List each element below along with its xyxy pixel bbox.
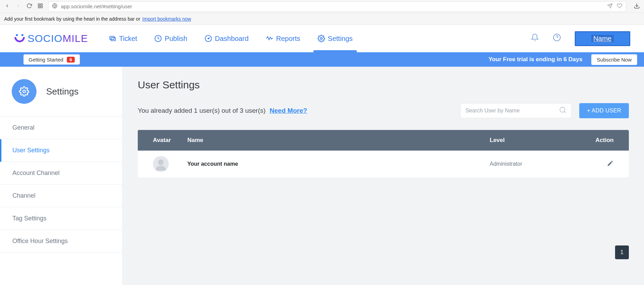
svg-rect-1 — [41, 4, 42, 6]
add-user-button[interactable]: + ADD USER — [579, 103, 629, 118]
reload-icon[interactable] — [26, 3, 32, 10]
heart-icon[interactable] — [617, 3, 622, 10]
logo-text-1: SOCIO — [28, 33, 63, 44]
logo[interactable]: SOCIOMILE — [14, 33, 88, 44]
bell-icon[interactable] — [531, 33, 539, 44]
svg-point-17 — [23, 90, 25, 93]
svg-point-21 — [158, 160, 164, 165]
nav-label: Dashboard — [215, 35, 249, 43]
top-nav: Ticket Publish Dashboard Reports Setting… — [109, 35, 353, 43]
row-name: Your account name — [187, 161, 490, 167]
svg-rect-3 — [41, 6, 42, 8]
logo-text-2: MILE — [63, 33, 88, 44]
nav-reports[interactable]: Reports — [266, 35, 300, 43]
sidebar-item-label: Account Channel — [12, 169, 60, 176]
page-title: User Settings — [138, 79, 629, 91]
getting-started-button[interactable]: Getting Started 6 — [23, 54, 80, 65]
browser-toolbar: app.sociomile.net/#setting/user — [0, 0, 644, 13]
table-header: Avatar Name Level Action — [138, 130, 629, 151]
sidebar-item-office-hour[interactable]: Office Hour Settings — [0, 230, 122, 253]
nav-label: Ticket — [119, 35, 137, 43]
back-icon[interactable] — [4, 3, 10, 10]
svg-point-18 — [560, 107, 565, 112]
getting-started-label: Getting Started — [29, 57, 63, 63]
nav-dashboard[interactable]: Dashboard — [205, 35, 249, 43]
sidebar-item-label: Channel — [12, 192, 35, 199]
sidebar-item-label: Office Hour Settings — [12, 238, 68, 244]
col-avatar: Avatar — [153, 137, 187, 144]
bookmark-hint: Add your first bookmark by using the hea… — [4, 16, 140, 22]
user-chip[interactable]: Name — [575, 31, 630, 46]
table-row: Your account name Administrator — [138, 151, 629, 177]
sidebar-title: Settings — [46, 86, 79, 97]
globe-icon — [52, 3, 58, 10]
sidebar: Settings General User Settings Account C… — [0, 67, 123, 285]
sidebar-item-label: Tag Settings — [12, 215, 46, 222]
svg-point-13 — [208, 38, 209, 39]
sidebar-item-user-settings[interactable]: User Settings — [0, 139, 122, 162]
sidebar-item-channel[interactable]: Channel — [0, 185, 122, 207]
nav-label: Settings — [328, 35, 353, 43]
nav-label: Publish — [165, 35, 187, 43]
nav-label: Reports — [276, 35, 300, 43]
forward-icon[interactable] — [15, 3, 21, 10]
import-bookmarks-link[interactable]: Import bookmarks now — [142, 16, 191, 22]
svg-line-19 — [564, 111, 566, 113]
address-bar[interactable]: app.sociomile.net/#setting/user — [48, 1, 626, 12]
user-name: Name — [591, 35, 614, 42]
download-icon[interactable] — [634, 3, 640, 10]
bookmark-bar: Add your first bookmark by using the hea… — [0, 13, 644, 25]
col-name: Name — [187, 137, 490, 144]
edit-button[interactable] — [579, 160, 614, 168]
col-level: Level — [490, 137, 579, 144]
sidebar-item-tag-settings[interactable]: Tag Settings — [0, 207, 122, 230]
search-input[interactable] — [465, 108, 559, 114]
getting-started-badge: 6 — [67, 57, 75, 63]
page-1[interactable]: 1 — [615, 245, 629, 259]
search-icon[interactable] — [559, 106, 567, 115]
subscribe-button[interactable]: Subscribe Now — [591, 54, 637, 65]
trial-message: Your Free trial is ending in 6 Days — [488, 56, 582, 63]
gear-icon — [12, 79, 37, 104]
user-count-info: You already added 1 user(s) out of 3 use… — [138, 107, 266, 114]
sidebar-item-label: User Settings — [12, 147, 50, 154]
svg-rect-2 — [38, 6, 40, 8]
svg-rect-10 — [111, 37, 115, 41]
sidebar-item-general[interactable]: General — [0, 117, 122, 139]
avatar — [153, 156, 169, 172]
pagination: 1 — [615, 245, 629, 259]
help-icon[interactable] — [553, 33, 561, 44]
app-header: SOCIOMILE Ticket Publish Dashboard Repor… — [0, 25, 644, 52]
search-wrap — [460, 103, 572, 118]
main-content: User Settings You already added 1 user(s… — [123, 67, 644, 285]
col-action: Action — [579, 137, 614, 144]
nav-publish[interactable]: Publish — [154, 35, 187, 43]
apps-icon[interactable] — [37, 3, 43, 10]
sidebar-item-account-channel[interactable]: Account Channel — [0, 162, 122, 185]
need-more-link[interactable]: Need More? — [270, 107, 307, 114]
users-table: Avatar Name Level Action Your account na… — [138, 130, 629, 177]
svg-rect-9 — [110, 36, 114, 40]
send-icon[interactable] — [607, 3, 613, 10]
row-level: Administrator — [490, 161, 579, 167]
nav-settings[interactable]: Settings — [318, 35, 353, 43]
nav-ticket[interactable]: Ticket — [109, 35, 137, 43]
svg-point-14 — [320, 37, 322, 40]
trial-bar: Getting Started 6 Your Free trial is end… — [0, 52, 644, 67]
sidebar-item-label: General — [12, 124, 34, 131]
svg-rect-0 — [38, 4, 40, 6]
address-text: app.sociomile.net/#setting/user — [61, 3, 132, 9]
